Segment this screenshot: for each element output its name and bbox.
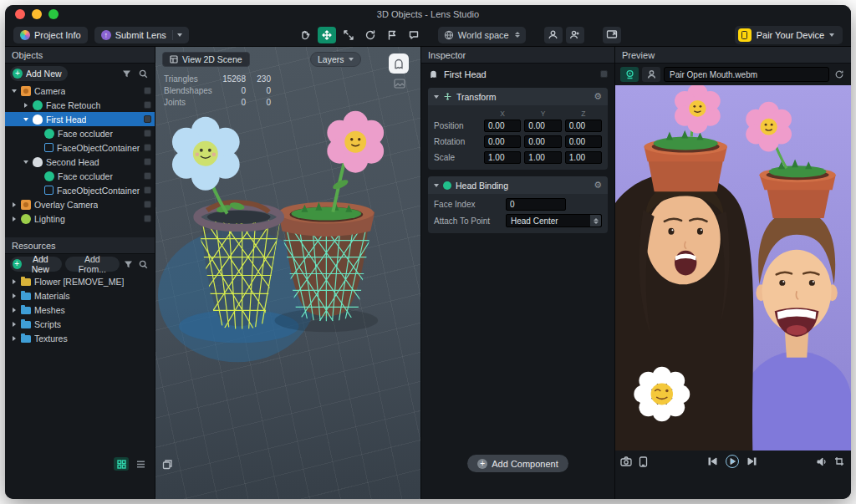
expand-caret-icon[interactable] xyxy=(22,118,30,121)
snapcode-button[interactable] xyxy=(389,53,409,74)
webcam-source-button[interactable] xyxy=(620,67,639,82)
resource-item-flower[interactable]: Flower [REMOVE_ME] xyxy=(5,274,155,288)
resources-add-new-button[interactable]: + Add New xyxy=(10,257,62,272)
expand-caret-icon[interactable] xyxy=(10,336,18,341)
tree-item-faceobjectcontainer-1[interactable]: FaceObjectContainer xyxy=(5,140,155,155)
expand-caret-icon[interactable] xyxy=(10,293,18,298)
camera-preview-icon[interactable] xyxy=(394,79,405,90)
layers-dropdown[interactable]: Layers xyxy=(310,52,361,67)
play-button[interactable] xyxy=(726,455,739,468)
list-view-button[interactable] xyxy=(133,457,148,471)
view-2d-scene-button[interactable]: View 2D Scene xyxy=(162,52,250,67)
add-component-button[interactable]: + Add Component xyxy=(467,455,568,472)
rotation-y-field[interactable] xyxy=(524,135,561,148)
skip-forward-button[interactable] xyxy=(747,457,757,466)
back-camera-button[interactable] xyxy=(566,27,584,43)
position-y-field[interactable] xyxy=(524,120,561,132)
gear-icon[interactable]: ⚙ xyxy=(594,91,602,102)
face-index-field[interactable] xyxy=(506,198,566,211)
tree-item-lighting[interactable]: Lighting xyxy=(5,211,155,226)
visibility-toggle[interactable] xyxy=(144,115,151,123)
expand-caret-icon[interactable] xyxy=(10,322,18,327)
visibility-toggle[interactable] xyxy=(600,70,608,78)
visibility-toggle[interactable] xyxy=(144,144,151,151)
scene-viewport[interactable]: View 2D Scene Triangles15268230 Blendsha… xyxy=(155,47,421,499)
scale-x-field[interactable] xyxy=(484,151,521,164)
grid-view-button[interactable] xyxy=(114,457,129,471)
tree-item-camera[interactable]: Camera xyxy=(5,84,155,98)
world-space-select[interactable]: World space xyxy=(438,27,526,43)
tree-item-face-retouch[interactable]: Face Retouch xyxy=(5,98,155,112)
zoom-button[interactable] xyxy=(48,9,59,19)
resource-item-textures[interactable]: Textures xyxy=(5,331,155,345)
position-z-field[interactable] xyxy=(565,120,602,132)
expand-caret-icon[interactable] xyxy=(22,103,30,108)
pan-hand-tool[interactable] xyxy=(296,27,314,43)
submit-lens-dropdown[interactable] xyxy=(172,30,182,40)
visibility-toggle[interactable] xyxy=(144,87,151,94)
head-binding-header[interactable]: Head Binding ⚙ xyxy=(428,176,608,194)
rotation-z-field[interactable] xyxy=(565,135,602,148)
device-overlay-button[interactable] xyxy=(639,456,648,467)
tree-item-faceobjectcontainer-2[interactable]: FaceObjectContainer xyxy=(5,183,155,197)
tree-item-second-head[interactable]: Second Head xyxy=(5,155,155,169)
objects-filter-button[interactable] xyxy=(120,67,133,80)
resource-item-meshes[interactable]: Meshes xyxy=(5,303,155,317)
visibility-toggle[interactable] xyxy=(144,172,151,180)
tree-item-first-head[interactable]: First Head xyxy=(5,112,155,126)
visibility-toggle[interactable] xyxy=(144,101,151,109)
minimize-button[interactable] xyxy=(32,9,42,19)
collapse-caret-icon[interactable] xyxy=(434,95,439,99)
objects-add-new-button[interactable]: + Add New xyxy=(10,66,68,81)
transform-header[interactable]: Transform ⚙ xyxy=(428,88,608,105)
duplicate-view-button[interactable] xyxy=(162,459,173,472)
attach-to-point-select[interactable]: Head Center xyxy=(506,214,602,227)
resources-filter-button[interactable] xyxy=(123,257,135,271)
comment-tool[interactable] xyxy=(405,27,423,43)
project-info-button[interactable]: Project Info xyxy=(13,27,88,43)
scale-z-field[interactable] xyxy=(565,151,602,164)
mute-button[interactable] xyxy=(817,457,828,466)
rotate-tool[interactable] xyxy=(361,27,380,43)
crop-preview-button[interactable] xyxy=(834,456,844,466)
expand-caret-icon[interactable] xyxy=(22,160,30,164)
close-button[interactable] xyxy=(15,9,25,19)
pair-device-button[interactable]: Pair Your Device xyxy=(735,26,843,44)
visibility-toggle[interactable] xyxy=(144,215,151,222)
resource-item-scripts[interactable]: Scripts xyxy=(5,317,155,331)
pink-flower[interactable] xyxy=(327,111,384,212)
visibility-toggle[interactable] xyxy=(144,186,151,194)
blue-flower[interactable] xyxy=(172,117,240,214)
gear-icon[interactable]: ⚙ xyxy=(594,180,602,191)
move-tool[interactable] xyxy=(318,27,336,43)
tree-item-face-occluder-1[interactable]: Face occluder xyxy=(5,126,155,140)
scale-tool[interactable] xyxy=(339,27,358,43)
tree-item-overlay-camera[interactable]: Overlay Camera xyxy=(5,197,155,211)
expand-caret-icon[interactable] xyxy=(10,216,18,221)
rotation-x-field[interactable] xyxy=(484,135,521,148)
visibility-toggle[interactable] xyxy=(144,201,151,208)
skip-back-button[interactable] xyxy=(708,457,717,466)
position-x-field[interactable] xyxy=(484,120,521,132)
expand-caret-icon[interactable] xyxy=(10,202,18,207)
submit-lens-button[interactable]: Submit Lens xyxy=(94,27,189,43)
restart-preview-button[interactable] xyxy=(833,68,846,81)
scale-y-field[interactable] xyxy=(524,151,561,164)
flag-tool[interactable] xyxy=(383,27,401,43)
add-from-button[interactable]: Add From... xyxy=(65,257,120,272)
selected-object-row[interactable]: First Head xyxy=(421,64,614,84)
resource-item-materials[interactable]: Materials xyxy=(5,288,155,303)
expand-caret-icon[interactable] xyxy=(10,279,18,284)
expand-caret-icon[interactable] xyxy=(10,89,18,93)
media-source-button[interactable] xyxy=(642,67,660,82)
expand-caret-icon[interactable] xyxy=(10,308,18,313)
objects-search-button[interactable] xyxy=(136,67,150,80)
resources-search-button[interactable] xyxy=(138,257,150,271)
visibility-toggle[interactable] xyxy=(144,130,151,137)
front-camera-button[interactable] xyxy=(544,27,563,43)
screen-share-button[interactable] xyxy=(603,27,621,43)
visibility-toggle[interactable] xyxy=(144,158,151,165)
tree-item-face-occluder-2[interactable]: Face occluder xyxy=(5,169,155,183)
snapshot-button[interactable] xyxy=(620,456,632,466)
preview-media-select[interactable]: Pair Open Mouth.webm xyxy=(664,67,829,82)
